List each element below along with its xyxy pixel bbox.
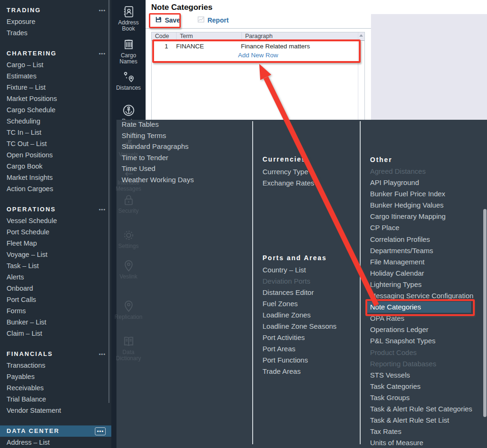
ellipsis-icon[interactable]: ••• bbox=[99, 204, 106, 215]
report-button[interactable]: Report bbox=[197, 16, 229, 24]
menu-item-departments-teams[interactable]: Departments/Teams bbox=[370, 245, 471, 256]
menu-item-fuel-zones[interactable]: Fuel Zones bbox=[263, 298, 337, 309]
menu-item-operations-ledger[interactable]: Operations Ledger bbox=[370, 324, 471, 335]
sidebar-item-payables[interactable]: Payables bbox=[0, 371, 111, 382]
sidebar-item-market-insights[interactable]: Market Insights bbox=[0, 172, 111, 183]
sidebar-item-cargo-schedule[interactable]: Cargo Schedule bbox=[0, 104, 111, 116]
sidebar-item-open-positions[interactable]: Open Positions bbox=[0, 149, 111, 161]
menu-item-task-alert-rule-set-list[interactable]: Task & Alert Rule Set List bbox=[370, 415, 471, 426]
sidebar-item-task-list[interactable]: Task – List bbox=[0, 260, 111, 271]
sidebar-item-port-calls[interactable]: Port Calls bbox=[0, 294, 111, 305]
sidebar-item-scheduling[interactable]: Scheduling bbox=[0, 116, 111, 127]
menu-item-port-functions[interactable]: Port Functions bbox=[263, 355, 337, 366]
ellipsis-icon[interactable]: ••• bbox=[95, 427, 106, 435]
sidebar-item-tc-out-list[interactable]: TC Out – List bbox=[0, 138, 111, 149]
iconbar-item-label: Settings bbox=[111, 243, 146, 249]
column-header-term: Term bbox=[177, 32, 242, 40]
sidebar-item-bunker-list[interactable]: Bunker – List bbox=[0, 317, 111, 328]
iconbar-item-label: Distances bbox=[111, 85, 146, 91]
distances-icon bbox=[111, 71, 146, 84]
cell-paragraph[interactable]: Finance Related matters bbox=[238, 43, 310, 50]
menu-item-sts-vessels[interactable]: STS Vessels bbox=[370, 370, 471, 381]
sidebar-item-claim-list[interactable]: Claim – List bbox=[0, 328, 111, 339]
sidebar-item-fleet-map[interactable]: Fleet Map bbox=[0, 238, 111, 249]
menu-item-task-groups[interactable]: Task Groups bbox=[370, 392, 471, 403]
sidebar-item-onboard[interactable]: Onboard bbox=[0, 283, 111, 294]
cell-term[interactable]: FINANCE bbox=[173, 43, 238, 50]
menu-item-p-l-snapshot-types[interactable]: P&L Snapshot Types bbox=[370, 335, 471, 347]
sidebar-item-estimates[interactable]: Estimates bbox=[0, 70, 111, 82]
overlay-scrollbar-thumb[interactable] bbox=[483, 209, 487, 417]
menu-item-distances-editor[interactable]: Distances Editor bbox=[263, 287, 337, 298]
sidebar-item-market-positions[interactable]: Market Positions bbox=[0, 93, 111, 104]
menu-item-rate-tables[interactable]: Rate Tables bbox=[122, 119, 194, 130]
menu-item-weather-working-days[interactable]: Weather Working Days bbox=[122, 174, 194, 185]
sidebar-item-fixture-list[interactable]: Fixture – List bbox=[0, 82, 111, 93]
sidebar-item-cargo-list[interactable]: Cargo – List bbox=[0, 59, 111, 70]
cell-code[interactable]: 1 bbox=[152, 43, 173, 50]
address-book-icon bbox=[111, 6, 146, 18]
menu-item-time-used[interactable]: Time Used bbox=[122, 163, 194, 174]
sidebar-item-vendor-statement[interactable]: Vendor Statement bbox=[0, 405, 111, 416]
sidebar-item-voyage-list[interactable]: Voyage – List bbox=[0, 249, 111, 260]
sidebar-item-forms[interactable]: Forms bbox=[0, 305, 111, 317]
scroll-up-arrow-icon[interactable] bbox=[359, 34, 363, 37]
section-label: OPERATIONS bbox=[7, 206, 56, 213]
sidebar-item-tc-in-list[interactable]: TC In – List bbox=[0, 127, 111, 138]
menu-item-country-list[interactable]: Country – List bbox=[263, 264, 337, 276]
table-row[interactable]: 1 FINANCE Finance Related matters bbox=[152, 41, 364, 51]
menu-item-units-of-measure[interactable]: Units of Measure bbox=[370, 437, 471, 448]
menu-item-trade-areas[interactable]: Trade Areas bbox=[263, 366, 337, 377]
menu-item-task-alert-rule-set-categories[interactable]: Task & Alert Rule Set Categories bbox=[370, 403, 471, 415]
sidebar-item-address-list[interactable]: Address – List bbox=[0, 437, 111, 448]
sidebar-item-trial-balance[interactable]: Trial Balance bbox=[0, 394, 111, 405]
menu-item-exchange-rates[interactable]: Exchange Rates bbox=[263, 178, 314, 189]
menu-item-shifting-terms[interactable]: Shifting Terms bbox=[122, 130, 194, 141]
sidebar-item-cargo-book[interactable]: Cargo Book bbox=[0, 161, 111, 172]
app-window: TRADING•••ExposureTradesCHARTERING•••Car… bbox=[0, 0, 487, 448]
menu-item-note-categories[interactable]: Note Categories bbox=[367, 301, 471, 313]
menu-item-opa-rates[interactable]: OPA Rates bbox=[370, 313, 471, 324]
sidebar: TRADING•••ExposureTradesCHARTERING•••Car… bbox=[0, 0, 111, 448]
menu-item-cp-place[interactable]: CP Place bbox=[370, 222, 471, 233]
menu-item-cargo-itinerary-mapping[interactable]: Cargo Itinerary Mapping bbox=[370, 211, 471, 222]
sidebar-item-vessel-schedule[interactable]: Vessel Schedule bbox=[0, 215, 111, 226]
menu-item-bunker-fuel-price-index[interactable]: Bunker Fuel Price Index bbox=[370, 188, 471, 200]
table-scrollbar[interactable] bbox=[358, 32, 364, 120]
menu-item-bunker-hedging-values[interactable]: Bunker Hedging Values bbox=[370, 200, 471, 211]
add-new-row-link[interactable]: Add New Row bbox=[152, 52, 364, 59]
menu-item-port-areas[interactable]: Port Areas bbox=[263, 343, 337, 355]
sidebar-scrollbar[interactable] bbox=[108, 0, 109, 403]
menu-item-file-management[interactable]: File Management bbox=[370, 256, 471, 268]
menu-item-currency-type[interactable]: Currency Type bbox=[263, 166, 314, 178]
menu-item-loadline-zone-seasons[interactable]: Loadline Zone Seasons bbox=[263, 321, 337, 332]
menu-item-messaging-service-configuration[interactable]: Messaging Service Configuration bbox=[370, 290, 471, 301]
iconbar-item-address-book[interactable]: Address Book bbox=[111, 6, 146, 32]
sidebar-item-receivables[interactable]: Receivables bbox=[0, 382, 111, 394]
sidebar-item-transactions[interactable]: Transactions bbox=[0, 360, 111, 371]
menu-item-time-to-tender[interactable]: Time to Tender bbox=[122, 152, 194, 163]
ellipsis-icon[interactable]: ••• bbox=[99, 348, 106, 360]
menu-item-correlation-profiles[interactable]: Correlation Profiles bbox=[370, 234, 471, 245]
sidebar-item-port-schedule[interactable]: Port Schedule bbox=[0, 226, 111, 238]
sidebar-item-trades[interactable]: Trades bbox=[0, 27, 111, 39]
ports-icon bbox=[111, 104, 146, 117]
menu-item-port-activities[interactable]: Port Activities bbox=[263, 332, 337, 343]
sidebar-item-exposure[interactable]: Exposure bbox=[0, 16, 111, 27]
sidebar-item-alerts[interactable]: Alerts bbox=[0, 271, 111, 283]
menu-item-tax-rates[interactable]: Tax Rates bbox=[370, 426, 471, 437]
menu-item-loadline-zones[interactable]: Loadline Zones bbox=[263, 309, 337, 321]
ellipsis-icon[interactable]: ••• bbox=[99, 48, 106, 59]
save-button[interactable]: Save bbox=[155, 16, 180, 24]
iconbar-item-cargo-names[interactable]: Cargo Names bbox=[111, 39, 146, 65]
menu-item-lightering-types[interactable]: Lightering Types bbox=[370, 279, 471, 290]
menu-item-api-playground[interactable]: API Playground bbox=[370, 177, 471, 188]
sidebar-item-action-cargoes[interactable]: Action Cargoes bbox=[0, 183, 111, 194]
ellipsis-icon[interactable]: ••• bbox=[99, 5, 106, 16]
menu-item-task-categories[interactable]: Task Categories bbox=[370, 381, 471, 392]
page-title: Note Categories bbox=[151, 3, 212, 12]
note-categories-table: Code Term Paragraph 1 FINANCE Finance Re… bbox=[151, 32, 365, 121]
iconbar-item-distances[interactable]: Distances bbox=[111, 71, 146, 91]
menu-item-holiday-calendar[interactable]: Holiday Calendar bbox=[370, 268, 471, 279]
menu-item-standard-paragraphs[interactable]: Standard Paragraphs bbox=[122, 141, 194, 152]
